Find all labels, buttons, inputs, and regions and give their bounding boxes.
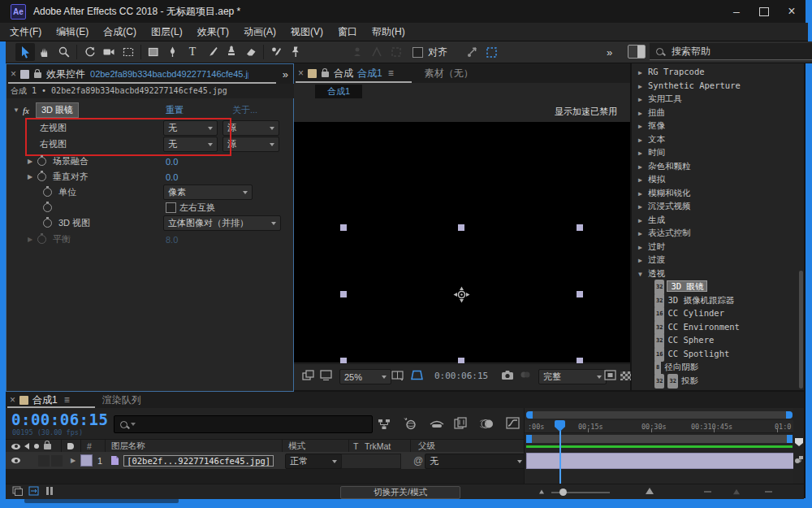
grid-guides-icon[interactable] <box>391 370 404 383</box>
effects-group[interactable]: ▶沉浸式视频 <box>632 199 804 213</box>
selection-handle[interactable] <box>340 224 347 231</box>
timeline-zoom-slider-knob[interactable] <box>559 488 567 496</box>
trkmat-cell[interactable] <box>341 454 401 469</box>
monitor-icon[interactable] <box>320 370 332 383</box>
units-dropdown[interactable]: 像素 <box>163 185 253 200</box>
selection-handle[interactable] <box>340 291 347 297</box>
effect-item-3d-glasses[interactable]: 323D 眼镜 <box>632 280 804 293</box>
layer-search-field[interactable] <box>114 415 373 433</box>
about-link[interactable]: 关于... <box>232 104 257 116</box>
snap-checkbox[interactable] <box>412 47 423 58</box>
roto-brush-tool-icon[interactable] <box>266 43 286 61</box>
comp-tab-name[interactable]: 合成1 <box>357 67 382 80</box>
stopwatch-icon[interactable] <box>43 203 52 212</box>
effect-item[interactable]: 16CC Cylinder <box>632 306 804 320</box>
panel-menu-icon[interactable]: ≡ <box>64 394 70 406</box>
snap-cursor-icon[interactable] <box>462 43 482 61</box>
effect-item[interactable]: 16CC Spotlight <box>632 347 804 361</box>
scrollbar[interactable] <box>799 271 803 389</box>
transparency-grid-icon[interactable] <box>620 371 631 380</box>
anchor-point-icon[interactable] <box>453 286 470 303</box>
effect-item[interactable]: 3232投影 <box>632 374 804 388</box>
effects-group[interactable]: ▶文本 <box>632 132 804 146</box>
timeline-navigator[interactable] <box>526 411 793 419</box>
layer-expander-icon[interactable]: ▶ <box>71 457 80 464</box>
effects-group-perspective[interactable]: ▼透视 <box>632 267 804 280</box>
menu-animation[interactable]: 动画(A) <box>236 25 283 39</box>
effect-item[interactable]: 8径向阴影 <box>632 360 804 374</box>
graph-editor-icon[interactable] <box>506 417 520 432</box>
close-icon[interactable]: × <box>11 68 16 80</box>
trkmat-header[interactable]: TrkMat <box>365 441 391 451</box>
eraser-tool-icon[interactable] <box>241 43 261 61</box>
zoom-in-mountain-icon[interactable] <box>646 488 654 494</box>
layer-visibility-toggle[interactable] <box>11 458 20 463</box>
right-view-source-dropdown[interactable]: 源 <box>222 137 279 152</box>
menu-layer[interactable]: 图层(L) <box>144 25 190 39</box>
mode-header[interactable]: 模式 <box>288 441 305 452</box>
region-of-interest-icon[interactable] <box>410 370 424 383</box>
parent-dropdown[interactable]: 无 <box>425 454 527 469</box>
search-help-field[interactable]: 搜索帮助 <box>650 43 812 60</box>
right-view-dropdown[interactable]: 无 <box>163 137 218 152</box>
toolbar-overflow-chevrons[interactable]: » <box>607 46 612 59</box>
selection-handle[interactable] <box>577 291 583 297</box>
lock-icon[interactable] <box>322 72 329 77</box>
comp-mini-flowchart-icon[interactable] <box>794 455 804 464</box>
brush-tool-icon[interactable] <box>202 43 222 61</box>
parent-header[interactable]: 父级 <box>418 441 435 452</box>
effect-item[interactable]: 32CC Environment <box>632 320 804 334</box>
blend-mode-dropdown[interactable]: 正常 <box>285 454 342 469</box>
fx-badge[interactable]: fx <box>23 106 29 115</box>
effects-group[interactable]: ▶生成 <box>632 213 804 227</box>
pen-tool-icon[interactable] <box>163 43 183 61</box>
render-queue-tab[interactable]: 渲染队列 <box>102 393 141 407</box>
selection-tool-icon[interactable] <box>15 43 35 61</box>
comp-marker-icon[interactable] <box>794 437 804 447</box>
puppet-pin-tool-icon[interactable] <box>286 43 305 61</box>
expand-in-out-icon[interactable] <box>28 486 39 498</box>
stopwatch-icon[interactable] <box>43 219 52 228</box>
layer-name-header[interactable]: 图层名称 <box>111 441 145 452</box>
layer-color-swatch[interactable] <box>80 454 93 467</box>
parent-pickwhip-icon[interactable]: @ <box>413 455 423 467</box>
current-timecode[interactable]: 0:00:06:15 <box>11 410 108 428</box>
toggle-switches-modes-button[interactable]: 切换开关/模式 <box>340 486 460 499</box>
stopwatch-icon[interactable] <box>37 172 46 181</box>
shy-layers-icon[interactable] <box>430 419 444 432</box>
effects-group[interactable]: ▶模拟 <box>632 172 804 186</box>
workspace-icon[interactable] <box>628 45 646 59</box>
panel-title[interactable]: 效果控件 <box>46 67 85 81</box>
minimize-button[interactable]: – <box>723 0 750 23</box>
comp-flowchart-icon[interactable] <box>378 419 391 432</box>
layer-name[interactable]: [02be2f...92277146cfe45.jpg] <box>123 455 274 467</box>
work-area-start-handle[interactable] <box>526 435 532 443</box>
footage-tab[interactable]: 素材（无） <box>425 67 473 80</box>
panel-menu-icon[interactable]: ≡ <box>388 67 394 79</box>
menu-help[interactable]: 帮助(H) <box>365 25 412 39</box>
selection-handle[interactable] <box>577 224 583 231</box>
close-window-button[interactable]: × <box>778 0 806 23</box>
stopwatch-icon[interactable] <box>37 157 46 166</box>
frame-blending-icon[interactable] <box>454 417 468 432</box>
target-region-icon[interactable] <box>604 370 616 383</box>
effect-expander-icon[interactable]: ▼ <box>13 106 23 114</box>
zoom-out-mountain-icon[interactable] <box>539 490 544 494</box>
navigator-handle-right[interactable] <box>786 411 793 419</box>
left-view-source-dropdown[interactable]: 源 <box>222 120 279 136</box>
effect-item[interactable]: 32CC Sphere <box>632 333 804 347</box>
layer-row[interactable]: ▶ 1 [02be2f...92277146cfe45.jpg] 正常 @ 无 <box>6 452 524 469</box>
preview-timecode[interactable]: 0:00:06:15 <box>434 371 488 381</box>
stopwatch-icon[interactable] <box>43 188 52 197</box>
layer-duration-bar[interactable] <box>526 453 794 469</box>
pan-behind-tool-icon[interactable] <box>119 43 138 61</box>
menu-edit[interactable]: 编辑(E) <box>49 25 96 39</box>
motion-blur-icon[interactable] <box>480 419 494 432</box>
effect-item[interactable]: 323D 摄像机跟踪器 <box>632 293 804 307</box>
effects-group[interactable]: ▶抠像 <box>632 119 804 132</box>
maximize-button[interactable] <box>750 0 778 23</box>
effect-controls-file[interactable]: 02be2fa89b334bacbd492277146cfe45.jpg <box>90 69 248 79</box>
navigator-handle-left[interactable] <box>526 411 533 419</box>
timeline-tab-label[interactable]: 合成1 <box>32 393 58 407</box>
effects-group[interactable]: ▶模糊和锐化 <box>632 186 804 200</box>
